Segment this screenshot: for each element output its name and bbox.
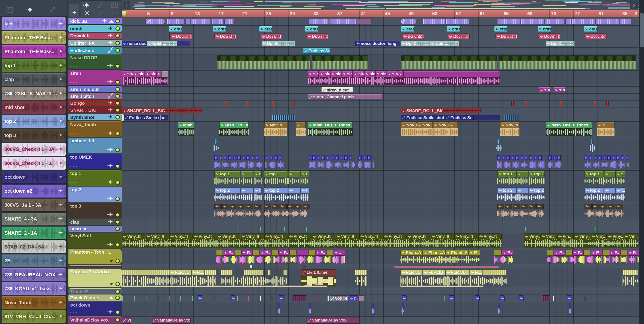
clip-viny-ft[interactable]: Viny..ft	[431, 234, 454, 239]
clip-pattern[interactable]	[545, 19, 564, 24]
track-header-top-1[interactable]: top 1▪ ▪ ▪	[68, 170, 122, 186]
mute-led[interactable]	[116, 94, 120, 98]
clip-tick[interactable]	[260, 296, 261, 301]
clip-tick[interactable]	[225, 101, 228, 106]
clip-top-1[interactable]: top 1	[214, 171, 240, 186]
track-header-synth-shot[interactable]: Synth Shot	[68, 114, 122, 120]
clip-timbale-fill[interactable]	[590, 139, 593, 144]
clip-tick[interactable]	[584, 296, 586, 301]
clip-downliftr[interactable]: Downliftr	[306, 33, 328, 39]
clip-waveform[interactable]	[121, 275, 216, 287]
clip-pattern[interactable]	[622, 270, 638, 275]
clip-uplifter-fx[interactable]: Uplifter_FX	[546, 41, 575, 46]
clip-tick[interactable]	[595, 227, 596, 232]
clip-tick[interactable]	[444, 296, 445, 301]
clip-uplifter-fx[interactable]: Uplifter_FX	[262, 41, 295, 46]
clip-pattern[interactable]	[572, 19, 595, 24]
clip-pattern[interactable]	[212, 19, 224, 24]
mute-led[interactable]	[116, 180, 120, 185]
clip-tick[interactable]	[524, 101, 527, 106]
clip-pattern[interactable]	[620, 19, 631, 24]
clip-pattern[interactable]	[185, 19, 190, 24]
clip-tick[interactable]	[272, 101, 274, 106]
clip-waveform[interactable]	[308, 77, 500, 85]
clip[interactable]	[327, 250, 333, 256]
scroll-left-button[interactable]: ‹	[123, 1, 130, 9]
collapse-triangle[interactable]	[109, 20, 114, 22]
clip-pattern[interactable]	[191, 19, 211, 24]
clip-top-2[interactable]: top 2	[584, 187, 604, 202]
playlist-lane-sire-l-pitch[interactable]: siren - Channel pitch	[122, 93, 639, 99]
clip-pattern[interactable]	[521, 19, 544, 24]
playlist-lane-noise-drop[interactable]	[122, 54, 639, 69]
playhead-marker[interactable]	[122, 10, 126, 17]
clip-siren[interactable]: siren	[330, 71, 341, 77]
clip-waveform[interactable]	[494, 256, 513, 264]
clip-pattern[interactable]	[566, 19, 571, 24]
track-header-valhalladelay-vox[interactable]: ValhallaDelay vox	[68, 317, 122, 324]
playlist-lane-kick-3b[interactable]: (..itch	[122, 18, 639, 24]
clip-tick[interactable]	[317, 296, 318, 301]
mute-led[interactable]	[116, 80, 120, 84]
clip-endless-smile-kick[interactable]: Endless Smile kick	[303, 48, 330, 54]
clip-group-top-umek[interactable]	[548, 155, 562, 169]
clip[interactable]	[449, 122, 458, 137]
picker-item[interactable]: top 1	[2, 59, 66, 72]
clip-tick[interactable]	[158, 296, 158, 301]
clip-crash[interactable]: crash	[305, 26, 318, 32]
track-header-siren[interactable]: siren▪ ▪ ▪	[68, 70, 122, 85]
clip-siren[interactable]: siren	[554, 87, 565, 92]
mute-led[interactable]	[116, 243, 120, 247]
clip-crash[interactable]: crash	[494, 26, 508, 32]
picker-item[interactable]: Nova_Tamb	[2, 296, 66, 309]
clip[interactable]	[240, 187, 253, 202]
clip-p[interactable]: P..	[554, 250, 565, 256]
clip-pattern[interactable]	[482, 270, 506, 275]
clip-viny-ft[interactable]: Viny..ft	[359, 234, 383, 239]
clip[interactable]	[253, 250, 260, 256]
clip-mish-rides[interactable]: Mish_..Rides	[178, 122, 194, 137]
clip-viny-ft[interactable]: Viny..ft	[146, 234, 169, 239]
clip-t[interactable]: t..	[254, 187, 262, 202]
clip-tick[interactable]	[306, 227, 307, 232]
clip-siren[interactable]: siren	[376, 71, 386, 77]
clip-tick[interactable]	[512, 101, 514, 106]
clip-viny-ft[interactable]: Viny..ft	[607, 234, 624, 239]
clip-s[interactable]: s..	[398, 71, 403, 77]
clip-viny-ft[interactable]: Viny..ft	[383, 234, 407, 239]
clip[interactable]	[297, 250, 308, 256]
clip-group-top-3[interactable]	[264, 204, 307, 218]
clip-t[interactable]: t..	[254, 171, 262, 186]
clip-pattern[interactable]	[224, 19, 234, 24]
clip-downliftr[interactable]: Downliftr	[496, 33, 517, 39]
clip-viny-ft[interactable]: Viny..ft	[454, 234, 478, 239]
playlist-lane-synth-shot[interactable]: Endless Smile shoEndless Smile shotEndle…	[122, 114, 639, 120]
track-header-vinyl-soft[interactable]: Vinyl Soft▪ ▪ ▪	[68, 233, 122, 248]
picker-item[interactable]: kick	[2, 17, 66, 30]
track-header-clap[interactable]: clap	[68, 219, 122, 225]
clip-crash[interactable]: crash	[584, 26, 597, 32]
picker-item[interactable]: top 3	[2, 129, 66, 142]
track-header-kick-3b[interactable]: kick..3B	[68, 18, 122, 24]
clip-tick[interactable]	[236, 227, 238, 232]
clip[interactable]	[278, 296, 284, 301]
collapsed-track-strip[interactable]	[70, 267, 122, 268]
clip-tick[interactable]	[327, 296, 329, 301]
mute-led[interactable]	[116, 290, 120, 294]
clip-siren-d-cut[interactable]: siren..d cut	[321, 87, 353, 92]
track-header-siren-mid-cut[interactable]: siren mid cut	[68, 86, 122, 92]
clip[interactable]	[290, 250, 296, 256]
clip-s[interactable]: s..	[156, 71, 161, 77]
clip-phant-a[interactable]: Phant..A	[423, 250, 445, 256]
clip-viny-ft[interactable]: Viny..ft	[478, 234, 502, 239]
playlist-lane-uplifter-fx[interactable]: noise doctorUplifter_FXUplifter_FXnoise …	[122, 40, 639, 46]
clip-pattern[interactable]	[268, 270, 270, 275]
mute-led[interactable]	[116, 197, 120, 201]
clip-endless-smile-sho[interactable]: Endless Smile sho	[445, 115, 473, 120]
clip-phant-a[interactable]: Phant..A	[446, 250, 468, 256]
playlist-lane-siren[interactable]: sirensirensirens..sirensirensirensirensi…	[122, 70, 639, 85]
picker-item[interactable]: 300VS_Check It 1 - 3..	[2, 157, 66, 170]
clip-phan-a[interactable]: Phan..A	[400, 250, 422, 256]
clip-snare-roll-big[interactable]: SNARE_ROLL_BIG	[401, 108, 482, 113]
clip-tick[interactable]	[214, 296, 215, 301]
